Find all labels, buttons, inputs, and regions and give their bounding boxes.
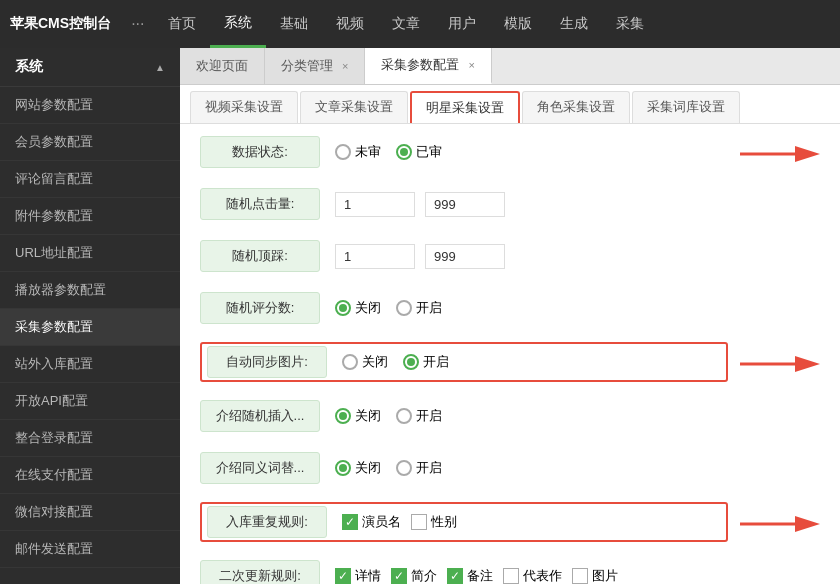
sidebar-item-3[interactable]: 附件参数配置: [0, 198, 180, 235]
nav-item-系统[interactable]: 系统: [210, 0, 266, 48]
svg-marker-5: [795, 516, 820, 532]
form-label-random_intro: 介绍随机插入...: [200, 400, 320, 432]
radio-option-auto_sync_image-0[interactable]: 关闭: [342, 353, 388, 371]
checkbox-update_rule-4[interactable]: [572, 568, 588, 584]
radio-option-data_status-1[interactable]: 已审: [396, 143, 442, 161]
input-min-random_top[interactable]: [335, 244, 415, 269]
sub-tab-3[interactable]: 角色采集设置: [522, 91, 630, 123]
radio-circle-data_status-0: [335, 144, 351, 160]
nav-item-用户[interactable]: 用户: [434, 0, 490, 48]
form-row-random_intro: 介绍随机插入...关闭开启: [200, 398, 820, 434]
form-label-synonym_intro: 介绍同义词替...: [200, 452, 320, 484]
sub-tab-2[interactable]: 明星采集设置: [410, 91, 520, 123]
nav-item-采集[interactable]: 采集: [602, 0, 658, 48]
form-field-update_rule: ✓详情✓简介✓备注代表作图片: [335, 567, 618, 584]
svg-marker-1: [795, 146, 820, 162]
top-navigation: 苹果CMS控制台 ··· 首页系统基础视频文章用户模版生成采集: [0, 0, 840, 48]
checkbox-duplicate_rule-1[interactable]: [411, 514, 427, 530]
tab-1[interactable]: 分类管理×: [265, 48, 365, 84]
radio-group-data_status: 未审已审: [335, 143, 442, 161]
app-logo: 苹果CMS控制台: [10, 15, 111, 33]
radio-group-auto_sync_image: 关闭开启: [342, 353, 449, 371]
tab-0[interactable]: 欢迎页面: [180, 48, 265, 84]
radio-label-random_score-1: 开启: [416, 299, 442, 317]
radio-option-random_intro-0[interactable]: 关闭: [335, 407, 381, 425]
radio-circle-random_score-0: [335, 300, 351, 316]
form-label-random_score: 随机评分数:: [200, 292, 320, 324]
sidebar-item-10[interactable]: 在线支付配置: [0, 457, 180, 494]
checkbox-update_rule-0[interactable]: ✓: [335, 568, 351, 584]
form-field-random_clicks: [335, 192, 505, 217]
sidebar-item-6[interactable]: 采集参数配置: [0, 309, 180, 346]
radio-option-synonym_intro-1[interactable]: 开启: [396, 459, 442, 477]
nav-item-视频[interactable]: 视频: [322, 0, 378, 48]
sidebar-header: 系统 ▲: [0, 48, 180, 87]
sidebar-item-0[interactable]: 网站参数配置: [0, 87, 180, 124]
input-max-random_clicks[interactable]: [425, 192, 505, 217]
nav-item-模版[interactable]: 模版: [490, 0, 546, 48]
sidebar-item-9[interactable]: 整合登录配置: [0, 420, 180, 457]
sidebar-item-1[interactable]: 会员参数配置: [0, 124, 180, 161]
check-option-update_rule-2[interactable]: ✓备注: [447, 567, 493, 584]
svg-marker-3: [795, 356, 820, 372]
radio-label-synonym_intro-1: 开启: [416, 459, 442, 477]
sidebar-collapse-icon[interactable]: ▲: [155, 62, 165, 73]
radio-option-random_score-1[interactable]: 开启: [396, 299, 442, 317]
radio-option-auto_sync_image-1[interactable]: 开启: [403, 353, 449, 371]
nav-item-首页[interactable]: 首页: [154, 0, 210, 48]
check-label-update_rule-4: 图片: [592, 567, 618, 584]
check-label-duplicate_rule-1: 性别: [431, 513, 457, 531]
main-layout: 系统 ▲ 网站参数配置会员参数配置评论留言配置附件参数配置URL地址配置播放器参…: [0, 48, 840, 584]
nav-item-生成[interactable]: 生成: [546, 0, 602, 48]
check-option-duplicate_rule-0[interactable]: ✓演员名: [342, 513, 401, 531]
check-option-duplicate_rule-1[interactable]: 性别: [411, 513, 457, 531]
nav-item-基础[interactable]: 基础: [266, 0, 322, 48]
radio-option-random_intro-1[interactable]: 开启: [396, 407, 442, 425]
checkbox-update_rule-3[interactable]: [503, 568, 519, 584]
form-field-random_top: [335, 244, 505, 269]
checkbox-update_rule-2[interactable]: ✓: [447, 568, 463, 584]
checkbox-duplicate_rule-0[interactable]: ✓: [342, 514, 358, 530]
radio-label-random_score-0: 关闭: [355, 299, 381, 317]
nav-item-文章[interactable]: 文章: [378, 0, 434, 48]
radio-circle-random_intro-1: [396, 408, 412, 424]
radio-option-data_status-0[interactable]: 未审: [335, 143, 381, 161]
sub-tab-0[interactable]: 视频采集设置: [190, 91, 298, 123]
sidebar-item-2[interactable]: 评论留言配置: [0, 161, 180, 198]
sidebar-item-4[interactable]: URL地址配置: [0, 235, 180, 272]
form-label-duplicate_rule: 入库重复规则:: [207, 506, 327, 538]
tab-close-2[interactable]: ×: [468, 59, 474, 71]
radio-group-random_score: 关闭开启: [335, 299, 442, 317]
sub-tab-1[interactable]: 文章采集设置: [300, 91, 408, 123]
input-max-random_top[interactable]: [425, 244, 505, 269]
check-option-update_rule-3[interactable]: 代表作: [503, 567, 562, 584]
checkbox-update_rule-1[interactable]: ✓: [391, 568, 407, 584]
radio-label-data_status-0: 未审: [355, 143, 381, 161]
radio-label-auto_sync_image-1: 开启: [423, 353, 449, 371]
sidebar-item-12[interactable]: 邮件发送配置: [0, 531, 180, 568]
check-option-update_rule-0[interactable]: ✓详情: [335, 567, 381, 584]
form-field-auto_sync_image: 关闭开启: [342, 353, 449, 371]
red-arrow-auto_sync_image: [740, 349, 820, 384]
check-label-update_rule-1: 简介: [411, 567, 437, 584]
check-label-update_rule-2: 备注: [467, 567, 493, 584]
radio-circle-synonym_intro-0: [335, 460, 351, 476]
sidebar-item-7[interactable]: 站外入库配置: [0, 346, 180, 383]
radio-label-auto_sync_image-0: 关闭: [362, 353, 388, 371]
form-row-random_score: 随机评分数:关闭开启: [200, 290, 820, 326]
check-option-update_rule-4[interactable]: 图片: [572, 567, 618, 584]
sub-tab-4[interactable]: 采集词库设置: [632, 91, 740, 123]
radio-option-synonym_intro-0[interactable]: 关闭: [335, 459, 381, 477]
tab-2[interactable]: 采集参数配置×: [365, 48, 491, 84]
input-min-random_clicks[interactable]: [335, 192, 415, 217]
check-option-update_rule-1[interactable]: ✓简介: [391, 567, 437, 584]
sidebar-item-5[interactable]: 播放器参数配置: [0, 272, 180, 309]
radio-option-random_score-0[interactable]: 关闭: [335, 299, 381, 317]
form-row-update_rule: 二次更新规则:✓详情✓简介✓备注代表作图片: [200, 558, 820, 584]
sidebar-item-8[interactable]: 开放API配置: [0, 383, 180, 420]
sidebar-item-11[interactable]: 微信对接配置: [0, 494, 180, 531]
form-field-duplicate_rule: ✓演员名性别: [342, 513, 457, 531]
form-label-data_status: 数据状态:: [200, 136, 320, 168]
nav-dots: ···: [131, 15, 144, 33]
tab-close-1[interactable]: ×: [342, 60, 348, 72]
